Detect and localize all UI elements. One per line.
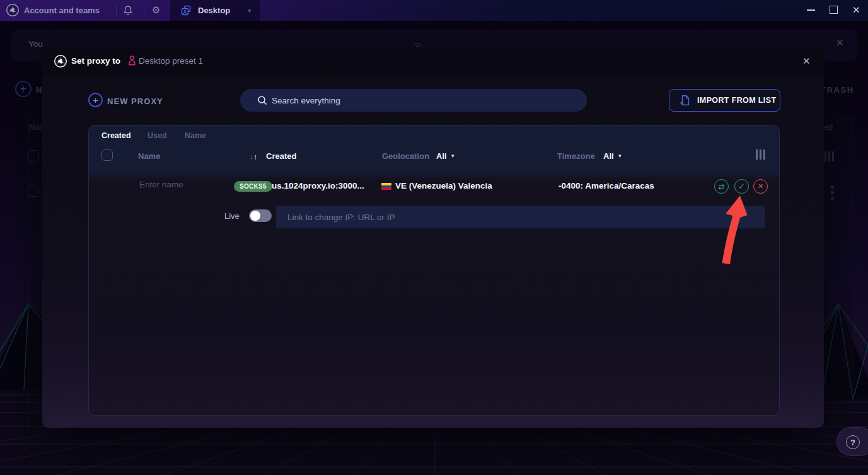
import-from-list-button[interactable]: IMPORT FROM LIST: [669, 89, 780, 112]
live-toggle[interactable]: [249, 209, 272, 222]
change-ip-link-field[interactable]: [276, 206, 765, 228]
protocol-badge: SOCKS5: [234, 181, 272, 192]
title-bar: Account and teams ⚙ Desktop ▾ ✕: [0, 0, 868, 21]
import-file-icon: [680, 95, 691, 106]
geolocation-filter-value[interactable]: All: [436, 151, 447, 161]
divider: [116, 6, 117, 15]
proxy-table-panel: Created Used Name Name ↓↑ Created Geoloc…: [88, 125, 780, 416]
notifications-bell-icon[interactable]: [123, 5, 133, 16]
octo-logo-icon: [54, 55, 67, 67]
modal-title: Set proxy to: [71, 56, 120, 66]
help-icon: ?: [846, 435, 860, 449]
modal-header: Set proxy to Desktop preset 1 ✕: [42, 47, 824, 76]
column-header-timezone: Timezone: [557, 151, 595, 161]
proxy-name-field[interactable]: [139, 179, 228, 190]
tab-label: Desktop: [198, 0, 230, 21]
change-ip-link-input[interactable]: [287, 206, 754, 228]
help-button[interactable]: ?: [836, 427, 868, 456]
column-header-name: Name: [138, 151, 160, 161]
set-proxy-modal: Set proxy to Desktop preset 1 ✕ + NEW PR…: [42, 47, 824, 428]
venezuela-flag-icon: [381, 183, 391, 190]
proxy-host: us.1024proxy.io:3000...: [272, 181, 364, 191]
search-input[interactable]: [272, 89, 574, 112]
app-logo-icon[interactable]: [6, 4, 19, 16]
account-and-teams-button[interactable]: Account and teams: [24, 0, 100, 21]
proxy-geolocation: VE (Venezuela) Valencia: [395, 181, 492, 191]
desktop-profile-tab[interactable]: Desktop ▾: [170, 0, 260, 21]
modal-close-icon[interactable]: ✕: [802, 56, 811, 67]
tab-caret-icon[interactable]: ▾: [248, 8, 251, 14]
column-header-created[interactable]: Created: [266, 151, 296, 161]
timezone-filter-value[interactable]: All: [603, 151, 614, 161]
window-minimize-button[interactable]: [807, 9, 815, 11]
select-all-checkbox[interactable]: [101, 150, 113, 161]
toggle-knob: [250, 211, 260, 221]
window-maximize-button[interactable]: [830, 6, 838, 14]
divider: [144, 6, 144, 15]
search-icon: [257, 95, 268, 106]
columns-settings-icon[interactable]: [756, 150, 767, 162]
annotation-arrow: [711, 189, 750, 266]
preset-person-icon: [128, 56, 136, 66]
tab-used[interactable]: Used: [148, 131, 167, 140]
proxy-name-input[interactable]: [139, 180, 228, 189]
sort-icon[interactable]: ↓↑: [250, 151, 257, 162]
cancel-proxy-icon[interactable]: ✕: [753, 179, 768, 194]
geolocation-filter-caret-icon[interactable]: ▾: [451, 153, 454, 159]
app-window: You ? ✕ + NEW PROXY TRASH Name Used Acco…: [0, 0, 868, 475]
settings-gear-icon[interactable]: ⚙: [152, 4, 160, 16]
new-proxy-button[interactable]: NEW PROXY: [107, 97, 163, 106]
proxy-timezone: -0400: America/Caracas: [558, 181, 654, 191]
new-proxy-plus-icon[interactable]: +: [88, 93, 103, 107]
profiles-icon: [180, 4, 192, 16]
search-bar[interactable]: [240, 89, 587, 112]
import-from-list-label: IMPORT FROM LIST: [697, 96, 776, 105]
live-toggle-label: Live: [224, 211, 240, 221]
timezone-filter-caret-icon[interactable]: ▾: [618, 153, 622, 159]
preset-name: Desktop preset 1: [139, 56, 203, 66]
column-header-geolocation: Geolocation: [382, 151, 429, 161]
tab-name[interactable]: Name: [185, 131, 206, 140]
window-close-button[interactable]: ✕: [852, 5, 860, 15]
tab-created[interactable]: Created: [101, 131, 131, 140]
